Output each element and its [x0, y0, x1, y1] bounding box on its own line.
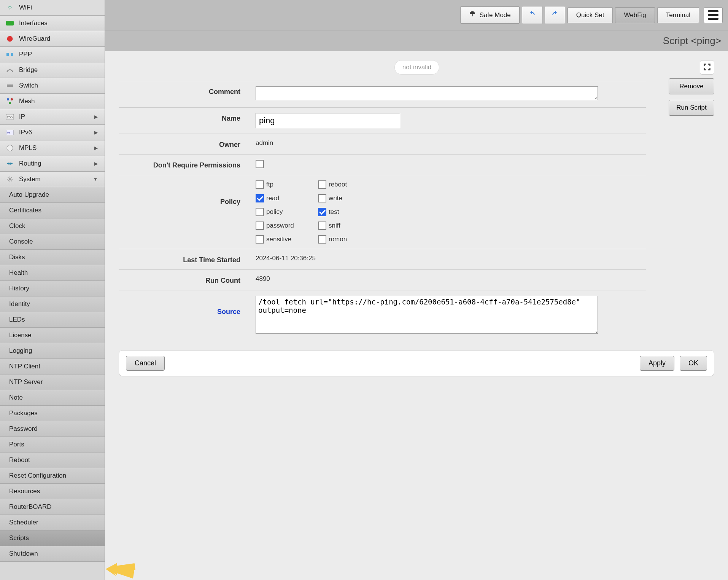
ok-button[interactable]: OK [680, 356, 707, 371]
policy-checkbox-reboot[interactable] [318, 180, 326, 189]
redo-button[interactable] [545, 6, 565, 24]
apply-button[interactable]: Apply [640, 356, 674, 371]
fullscreen-icon [703, 63, 711, 72]
dont-require-checkbox[interactable] [256, 160, 264, 168]
name-label: Name [119, 113, 256, 123]
sidebar-item-identity[interactable]: Identity [0, 296, 105, 312]
status-badge: not invalid [394, 60, 440, 75]
sidebar-item-ntp-client[interactable]: NTP Client [0, 359, 105, 374]
system-icon [5, 175, 14, 183]
policy-checkbox-label: policy [266, 208, 283, 216]
sidebar-item-label: NTP Server [9, 378, 43, 386]
sidebar-item-bridge[interactable]: Bridge [0, 62, 105, 78]
sidebar-item-ppp[interactable]: PPP [0, 47, 105, 62]
sidebar-item-history[interactable]: History [0, 281, 105, 296]
sidebar-item-label: NTP Client [9, 363, 40, 370]
policy-checkbox-sniff[interactable] [318, 221, 326, 230]
comment-input[interactable] [256, 86, 598, 100]
quick-set-button[interactable]: Quick Set [567, 7, 613, 23]
policy-checkbox-policy[interactable] [256, 208, 264, 216]
sidebar-item-leds[interactable]: LEDs [0, 312, 105, 328]
sidebar-item-reboot[interactable]: Reboot [0, 453, 105, 468]
policy-checkbox-write[interactable] [318, 194, 326, 202]
sidebar-item-auto-upgrade[interactable]: Auto Upgrade [0, 187, 105, 203]
sidebar-item-label: Identity [9, 300, 30, 308]
sidebar-item-label: Switch [19, 82, 38, 89]
sidebar-item-wifi[interactable]: WiFi [0, 0, 105, 16]
sidebar-item-mesh[interactable]: Mesh [0, 94, 105, 109]
last-started-value: 2024-06-11 20:36:25 [256, 255, 646, 262]
chevron-icon: ▶ [94, 161, 98, 166]
sidebar-item-interfaces[interactable]: Interfaces [0, 16, 105, 31]
sidebar-item-label: Logging [9, 347, 32, 355]
sidebar-item-license[interactable]: License [0, 328, 105, 343]
sidebar-item-system[interactable]: System▼ [0, 172, 105, 187]
sidebar-item-ipv6[interactable]: v6IPv6▶ [0, 125, 105, 140]
sidebar-item-label: Interfaces [19, 19, 48, 27]
comment-label: Comment [119, 86, 256, 96]
mesh-icon [5, 97, 14, 105]
webfig-button[interactable]: WebFig [615, 7, 655, 23]
sidebar-item-disks[interactable]: Disks [0, 250, 105, 265]
sidebar-item-wireguard[interactable]: WireGuard [0, 31, 105, 47]
subheader: Script <ping> [105, 30, 728, 51]
sidebar-item-password[interactable]: Password [0, 421, 105, 437]
ipv6-icon: v6 [5, 129, 14, 136]
remove-button[interactable]: Remove [669, 78, 714, 94]
policy-checkbox-read[interactable] [256, 194, 264, 202]
sidebar-item-routerboard[interactable]: RouterBOARD [0, 499, 105, 515]
sidebar-item-label: WiFi [19, 4, 32, 11]
fullscreen-button[interactable] [700, 60, 714, 75]
undo-button[interactable] [522, 6, 542, 24]
policy-checkbox-ftp[interactable] [256, 180, 264, 189]
sidebar-item-health[interactable]: Health [0, 265, 105, 281]
sidebar-item-mpls[interactable]: MPLS▶ [0, 140, 105, 156]
policy-checkbox-label: sniff [329, 222, 340, 229]
svg-point-14 [7, 145, 13, 151]
sidebar-item-certificates[interactable]: Certificates [0, 203, 105, 218]
sidebar-item-scripts[interactable]: Scripts [0, 531, 105, 546]
sidebar-item-console[interactable]: Console [0, 234, 105, 250]
sidebar-item-label: PPP [19, 51, 32, 58]
policy-checkbox-password[interactable] [256, 221, 264, 230]
sidebar-item-logging[interactable]: Logging [0, 343, 105, 359]
cancel-button[interactable]: Cancel [126, 356, 165, 371]
sidebar-item-label: Reset Configuration [9, 472, 66, 480]
sidebar-item-reset-configuration[interactable]: Reset Configuration [0, 468, 105, 484]
sidebar-item-switch[interactable]: Switch [0, 78, 105, 94]
policy-checkbox-test[interactable] [318, 208, 326, 216]
policy-checkbox-label: read [266, 194, 279, 202]
sidebar-item-label: History [9, 285, 29, 292]
chevron-icon: ▼ [93, 177, 98, 182]
dont-require-label: Don't Require Permissions [119, 160, 256, 169]
sidebar-item-ip[interactable]: 255IP▶ [0, 109, 105, 125]
policy-item-romon: romon [318, 235, 379, 244]
sidebar-item-clock[interactable]: Clock [0, 218, 105, 234]
policy-checkbox-romon[interactable] [318, 235, 326, 244]
run-script-button[interactable]: Run Script [669, 100, 714, 116]
svg-point-8 [11, 98, 13, 100]
source-input[interactable]: /tool fetch url="https://hc-ping.com/620… [256, 296, 598, 334]
sidebar-item-shutdown[interactable]: Shutdown [0, 546, 105, 562]
safe-mode-button[interactable]: Safe Mode [460, 6, 520, 24]
quick-set-label: Quick Set [576, 11, 604, 19]
sidebar-item-note[interactable]: Note [0, 390, 105, 406]
sidebar-item-resources[interactable]: Resources [0, 484, 105, 499]
bridge-icon [5, 66, 14, 74]
name-input[interactable] [256, 113, 400, 128]
sidebar-item-scheduler[interactable]: Scheduler [0, 515, 105, 531]
sidebar-item-label: Mesh [19, 97, 35, 105]
safe-mode-label: Safe Mode [480, 11, 511, 19]
terminal-button[interactable]: Terminal [657, 7, 699, 23]
sidebar-item-ntp-server[interactable]: NTP Server [0, 374, 105, 390]
svg-text:v6: v6 [7, 131, 11, 135]
policy-checkbox-label: ftp [266, 181, 273, 188]
sidebar-item-routing[interactable]: Routing▶ [0, 156, 105, 172]
sidebar-item-label: System [19, 175, 41, 183]
policy-checkbox-label: password [266, 222, 294, 229]
sidebar-item-packages[interactable]: Packages [0, 406, 105, 421]
policy-checkbox-sensitive[interactable] [256, 235, 264, 244]
menu-button[interactable] [704, 7, 723, 23]
sidebar-item-ports[interactable]: Ports [0, 437, 105, 453]
webfig-label: WebFig [624, 11, 646, 19]
